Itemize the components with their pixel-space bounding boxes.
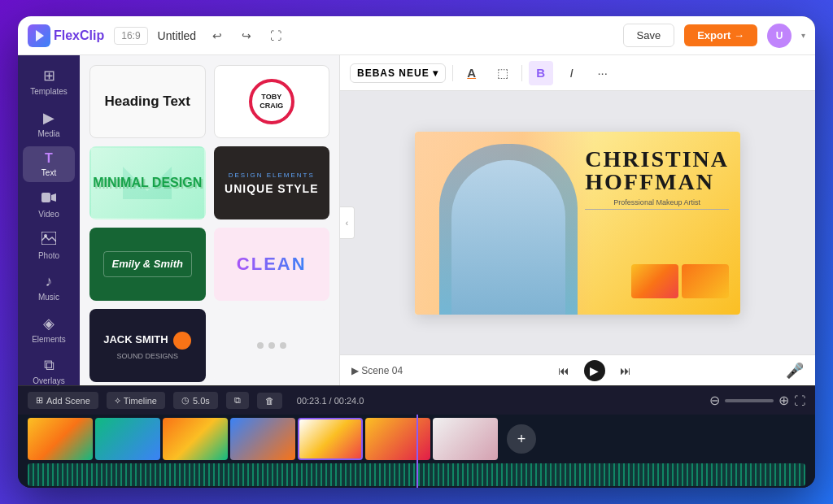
template-unique-style[interactable]: DESIGN ELEMENTS UNIQUE STYLE xyxy=(214,146,330,219)
templates-panel: Heading Text TOBY CRAIG MINIMAL DESIGN xyxy=(80,55,340,385)
heading-text-label: Heading Text xyxy=(105,93,190,110)
redo-button[interactable]: ↪ xyxy=(235,24,258,47)
add-scene-button[interactable]: ⊞ Add Scene xyxy=(28,392,98,409)
template-toby-craig[interactable]: TOBY CRAIG xyxy=(214,65,330,138)
sidebar-item-photo[interactable]: Photo xyxy=(23,227,75,265)
fullscreen-button[interactable]: ⛶ xyxy=(264,24,287,47)
svg-rect-1 xyxy=(41,193,50,202)
clock-icon: ◷ xyxy=(181,395,190,406)
sidebar-item-overlays[interactable]: ⧉ Overlays xyxy=(23,352,75,385)
add-scene-label: Add Scene xyxy=(46,396,90,406)
microphone-icon[interactable]: 🎤 xyxy=(786,362,804,380)
track-thumb-2[interactable] xyxy=(95,418,160,460)
copy-scene-button[interactable]: ⧉ xyxy=(226,392,249,409)
unique-tag-label: DESIGN ELEMENTS xyxy=(225,172,318,179)
preview-thumb-2 xyxy=(682,264,729,298)
sidebar-item-text[interactable]: T Text xyxy=(23,146,75,182)
sidebar-item-templates[interactable]: ⊞ Templates xyxy=(23,62,75,101)
bold-button[interactable]: B xyxy=(529,61,553,85)
zoom-bar xyxy=(725,399,774,402)
template-clean[interactable]: CLEAN xyxy=(214,228,330,301)
avatar-dropdown[interactable]: ▾ xyxy=(801,31,805,40)
skip-forward-button[interactable]: ⏭ xyxy=(615,360,636,381)
jack-text-label: JACK SMITH xyxy=(103,332,191,350)
sidebar-item-media[interactable]: ▶ Media xyxy=(23,104,75,143)
play-button[interactable]: ▶ xyxy=(584,360,605,381)
track-thumb-7[interactable] xyxy=(433,418,498,460)
sidebar: ⊞ Templates ▶ Media T Text Video xyxy=(18,55,80,385)
timeline-toolbar: ⊞ Add Scene ⟡ Timeline ◷ 5.0s ⧉ 🗑 00:23.… xyxy=(18,385,815,415)
add-track-scene-button[interactable]: + xyxy=(507,424,536,454)
save-button[interactable]: Save xyxy=(623,24,675,47)
sidebar-item-video[interactable]: Video xyxy=(23,185,75,224)
duration-button[interactable]: ◷ 5.0s xyxy=(173,392,218,409)
template-jack-smith[interactable]: JACK SMITH SOUND DESIGNS xyxy=(89,309,206,382)
zoom-out-button[interactable]: ⊖ xyxy=(709,393,720,408)
text-highlight-button[interactable]: ⬚ xyxy=(491,61,515,85)
canvas-preview[interactable]: CHRISTINA HOFFMAN Professional Makeup Ar… xyxy=(415,132,740,315)
preview-name-line1: CHRISTINA xyxy=(585,148,729,171)
highlight-icon: ⬚ xyxy=(497,66,508,80)
canvas-main: ‹ CHRISTINA HOFFMAN Professional Ma xyxy=(340,91,815,354)
font-selector[interactable]: BEBAS NEUE ▾ xyxy=(350,63,446,83)
preview-text-block[interactable]: CHRISTINA HOFFMAN Professional Makeup Ar… xyxy=(585,148,729,210)
skip-back-button[interactable]: ⏮ xyxy=(553,360,574,381)
duration-label: 5.0s xyxy=(193,396,210,406)
more-icon: ··· xyxy=(597,66,608,80)
fullscreen-timeline-button[interactable]: ⛶ xyxy=(794,394,805,407)
export-button[interactable]: Export → xyxy=(684,24,757,46)
track-thumb-1[interactable] xyxy=(28,418,93,460)
toolbar-divider-1 xyxy=(452,65,453,81)
header-controls: ↩ ↪ ⛶ xyxy=(206,24,287,47)
unique-style-label: UNIQUE STYLE xyxy=(225,182,318,195)
scene-label: ▶ Scene 04 xyxy=(351,365,403,376)
text-icon: T xyxy=(45,151,53,166)
canvas-toolbar: BEBAS NEUE ▾ A ⬚ B I ··· xyxy=(340,55,815,91)
template-heading-text[interactable]: Heading Text xyxy=(89,65,206,138)
template-more-dots[interactable] xyxy=(214,309,330,382)
sidebar-item-elements[interactable]: ◈ Elements xyxy=(23,310,75,349)
preview-thumbnail-images xyxy=(631,264,729,298)
user-avatar[interactable]: U xyxy=(767,24,792,48)
toby-text: TOBY CRAIG xyxy=(252,91,291,112)
italic-button[interactable]: I xyxy=(560,61,584,85)
jack-content: JACK SMITH SOUND DESIGNS xyxy=(103,332,191,360)
more-options-button[interactable]: ··· xyxy=(591,61,615,85)
timeline-label: Timeline xyxy=(124,396,157,406)
overlays-label: Overlays xyxy=(33,376,64,385)
video-label: Video xyxy=(38,210,59,219)
timeline-button[interactable]: ⟡ Timeline xyxy=(107,392,165,409)
playback-controls: ⏮ ▶ ⏭ xyxy=(553,360,636,381)
timeline-icon: ⟡ xyxy=(115,395,120,406)
photo-icon xyxy=(41,232,56,249)
svg-marker-0 xyxy=(36,30,44,41)
scene-label-text: Scene 04 xyxy=(361,365,403,376)
panel-collapse-button[interactable]: ‹ xyxy=(340,206,355,239)
photo-label: Photo xyxy=(38,251,59,260)
main-area: ⊞ Templates ▶ Media T Text Video xyxy=(18,55,815,385)
template-emily-smith[interactable]: Emily & Smith xyxy=(89,228,206,301)
app-logo: FlexClip xyxy=(28,24,104,47)
font-dropdown-icon: ▾ xyxy=(433,67,438,79)
track-thumb-5[interactable] xyxy=(298,418,363,460)
playhead[interactable] xyxy=(416,415,418,488)
jack-circle xyxy=(173,332,191,350)
track-thumb-6[interactable] xyxy=(365,418,430,460)
timeline-track: + xyxy=(18,415,815,488)
logo-text: FlexClip xyxy=(54,28,104,43)
track-thumb-4[interactable] xyxy=(230,418,295,460)
undo-button[interactable]: ↩ xyxy=(206,24,229,47)
trash-button[interactable]: 🗑 xyxy=(257,393,282,409)
dot2 xyxy=(268,342,275,349)
templates-icon: ⊞ xyxy=(43,67,55,85)
sidebar-item-music[interactable]: ♪ Music xyxy=(23,268,75,306)
text-label: Text xyxy=(41,168,56,177)
aspect-ratio[interactable]: 16:9 xyxy=(114,27,147,45)
track-thumb-3[interactable] xyxy=(163,418,228,460)
project-title[interactable]: Untitled xyxy=(158,29,196,42)
text-color-button[interactable]: A xyxy=(460,61,484,85)
zoom-in-button[interactable]: ⊕ xyxy=(778,393,789,408)
bold-icon: B xyxy=(536,66,545,80)
template-minimal-design[interactable]: MINIMAL DESIGN xyxy=(89,146,206,219)
dot1 xyxy=(257,342,264,349)
